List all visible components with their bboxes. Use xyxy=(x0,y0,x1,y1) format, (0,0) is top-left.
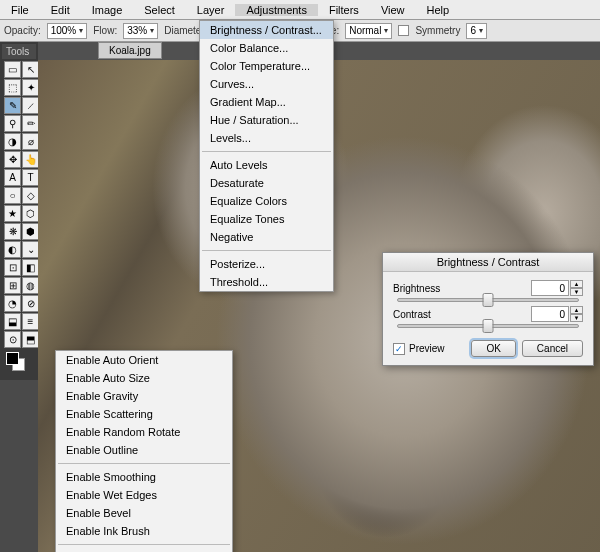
menu-image[interactable]: Image xyxy=(81,4,134,16)
tool-30[interactable]: ⊙ xyxy=(4,331,21,348)
menu-item[interactable]: Enable Wet Edges xyxy=(56,486,232,504)
menu-item[interactable]: Posterize... xyxy=(200,255,333,273)
tool-18[interactable]: ❋ xyxy=(4,223,21,240)
tool-28[interactable]: ⬓ xyxy=(4,313,21,330)
tool-20[interactable]: ◐ xyxy=(4,241,21,258)
tool-21[interactable]: ⌄ xyxy=(22,241,39,258)
opacity-label: Opacity: xyxy=(4,25,41,36)
tool-5[interactable]: ⟋ xyxy=(22,97,39,114)
menu-item[interactable]: Threshold... xyxy=(200,273,333,291)
tool-29[interactable]: ≡ xyxy=(22,313,39,330)
preview-checkbox[interactable]: ✓ xyxy=(393,343,405,355)
dialog-title: Brightness / Contrast xyxy=(383,253,593,272)
menu-layer[interactable]: Layer xyxy=(186,4,236,16)
tool-11[interactable]: 👆 xyxy=(22,151,39,168)
contrast-down-icon[interactable]: ▼ xyxy=(570,314,583,322)
preview-label: Preview xyxy=(409,343,445,354)
tools-title: Tools xyxy=(2,44,36,59)
contrast-input[interactable] xyxy=(531,306,569,322)
brightness-input[interactable] xyxy=(531,280,569,296)
tool-4[interactable]: ✎ xyxy=(4,97,21,114)
menu-item[interactable]: Brightness / Contrast... xyxy=(200,21,333,39)
tool-8[interactable]: ◑ xyxy=(4,133,21,150)
brightness-label: Brightness xyxy=(393,283,440,294)
menu-filters[interactable]: Filters xyxy=(318,4,370,16)
tool-1[interactable]: ↖ xyxy=(22,61,39,78)
contrast-label: Contrast xyxy=(393,309,431,320)
symmetry-checkbox[interactable] xyxy=(398,25,409,36)
menu-item[interactable]: Negative xyxy=(200,228,333,246)
brightness-spinner: ▲ ▼ xyxy=(531,280,583,296)
menu-adjustments[interactable]: Adjustments xyxy=(235,4,318,16)
menu-item[interactable]: Color Temperature... xyxy=(200,57,333,75)
menu-item[interactable]: Levels... xyxy=(200,129,333,147)
blendmode-combo[interactable]: Normal xyxy=(345,23,392,39)
tool-13[interactable]: T xyxy=(22,169,39,186)
menu-select[interactable]: Select xyxy=(133,4,186,16)
tool-15[interactable]: ◇ xyxy=(22,187,39,204)
menu-item[interactable]: Enable Ink Brush xyxy=(56,522,232,540)
menu-view[interactable]: View xyxy=(370,4,416,16)
brightness-down-icon[interactable]: ▼ xyxy=(570,288,583,296)
color-swatches xyxy=(2,350,36,378)
tool-19[interactable]: ⬢ xyxy=(22,223,39,240)
menu-item[interactable]: Enable Outline xyxy=(56,441,232,459)
menu-item[interactable]: Auto Levels xyxy=(200,156,333,174)
symmetry-combo[interactable]: 6 xyxy=(466,23,487,39)
contrast-up-icon[interactable]: ▲ xyxy=(570,306,583,314)
ok-button[interactable]: OK xyxy=(471,340,515,357)
tool-24[interactable]: ⊞ xyxy=(4,277,21,294)
document-tab[interactable]: Koala.jpg xyxy=(98,42,162,59)
menu-item[interactable]: Equalize Colors xyxy=(200,192,333,210)
contrast-slider[interactable] xyxy=(397,324,579,328)
brightness-thumb[interactable] xyxy=(483,293,494,307)
tool-31[interactable]: ⬒ xyxy=(22,331,39,348)
tool-3[interactable]: ✦ xyxy=(22,79,39,96)
menu-file[interactable]: File xyxy=(0,4,40,16)
tool-7[interactable]: ✏ xyxy=(22,115,39,132)
tool-26[interactable]: ◔ xyxy=(4,295,21,312)
opacity-combo[interactable]: 100% xyxy=(47,23,88,39)
menu-item[interactable]: Hue / Saturation... xyxy=(200,111,333,129)
tool-12[interactable]: A xyxy=(4,169,21,186)
menu-item[interactable]: Enable Auto Orient xyxy=(56,351,232,369)
cancel-button[interactable]: Cancel xyxy=(522,340,583,357)
tool-25[interactable]: ◍ xyxy=(22,277,39,294)
tool-6[interactable]: ⚲ xyxy=(4,115,21,132)
menu-item[interactable]: Gradient Map... xyxy=(200,93,333,111)
symmetry-label: Symmetry xyxy=(415,25,460,36)
flow-combo[interactable]: 33% xyxy=(123,23,158,39)
menu-item[interactable]: Desaturate xyxy=(200,174,333,192)
menu-item[interactable]: Enable Smoothing xyxy=(56,468,232,486)
tool-0[interactable]: ▭ xyxy=(4,61,21,78)
brightness-contrast-dialog: Brightness / Contrast Brightness ▲ ▼ Con… xyxy=(382,252,594,366)
tool-22[interactable]: ⊡ xyxy=(4,259,21,276)
context-menu: Enable Auto OrientEnable Auto SizeEnable… xyxy=(55,350,233,552)
brightness-slider[interactable] xyxy=(397,298,579,302)
tool-27[interactable]: ⊘ xyxy=(22,295,39,312)
tool-17[interactable]: ⬡ xyxy=(22,205,39,222)
contrast-thumb[interactable] xyxy=(483,319,494,333)
menu-item[interactable]: Enable Auto Size xyxy=(56,369,232,387)
menu-item[interactable]: Equalize Tones xyxy=(200,210,333,228)
foreground-swatch[interactable] xyxy=(6,352,19,365)
contrast-spinner: ▲ ▼ xyxy=(531,306,583,322)
menu-item[interactable]: Enable Bevel xyxy=(56,504,232,522)
menubar: FileEditImageSelectLayerAdjustmentsFilte… xyxy=(0,0,600,20)
menu-help[interactable]: Help xyxy=(416,4,461,16)
tools-panel: Tools ▭↖⬚✦✎⟋⚲✏◑⌀✥👆AT○◇★⬡❋⬢◐⌄⊡◧⊞◍◔⊘⬓≡⊙⬒ xyxy=(0,42,38,380)
tool-2[interactable]: ⬚ xyxy=(4,79,21,96)
menu-item[interactable]: Enable Gravity xyxy=(56,387,232,405)
tool-9[interactable]: ⌀ xyxy=(22,133,39,150)
menu-edit[interactable]: Edit xyxy=(40,4,81,16)
menu-item[interactable]: Color Balance... xyxy=(200,39,333,57)
tool-23[interactable]: ◧ xyxy=(22,259,39,276)
menu-item[interactable]: Enable Random Rotate xyxy=(56,423,232,441)
menu-item[interactable]: Enable Scattering xyxy=(56,405,232,423)
tool-16[interactable]: ★ xyxy=(4,205,21,222)
menu-item[interactable]: Curves... xyxy=(200,75,333,93)
tool-10[interactable]: ✥ xyxy=(4,151,21,168)
adjustments-menu: Brightness / Contrast...Color Balance...… xyxy=(199,20,334,292)
tool-14[interactable]: ○ xyxy=(4,187,21,204)
brightness-up-icon[interactable]: ▲ xyxy=(570,280,583,288)
